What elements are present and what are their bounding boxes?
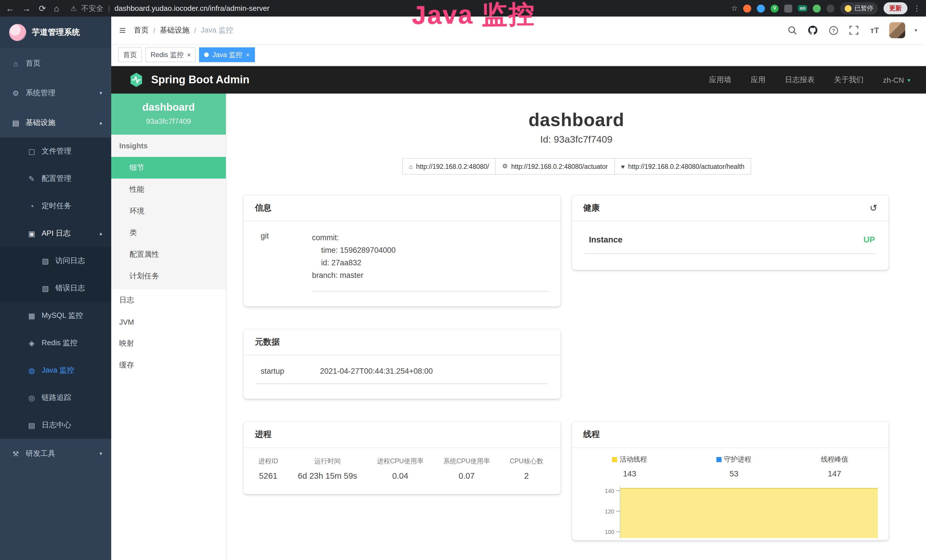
instance-links: ⌂ http://192.168.0.2:48080/ ⚙ http://192… <box>227 158 926 175</box>
actuator-url-button[interactable]: ⚙ http://192.168.0.2:48080/actuator <box>495 158 615 175</box>
sidebar-item-mysql[interactable]: ▦ MySQL 监控 <box>0 302 111 329</box>
puzzle-extensions-icon[interactable] <box>826 4 834 12</box>
sidebar-item-dev-tools[interactable]: ⚒ 研发工具 ▾ <box>0 439 111 468</box>
extension-icon[interactable] <box>757 4 765 12</box>
tab-home[interactable]: 首页 <box>118 47 142 62</box>
sba-navbar: Spring Boot Admin 应用墙 应用 日志报表 关于我们 zh-CN… <box>111 66 926 94</box>
close-icon[interactable]: × <box>187 51 191 58</box>
sba-section-insights[interactable]: Insights <box>111 135 226 157</box>
legend-daemon-threads: 守护进程 53 <box>716 455 751 478</box>
breadcrumb-item-current: Java 监控 <box>201 25 233 35</box>
stat-value: 5261 <box>259 471 278 480</box>
legend-label: 活动线程 <box>620 455 647 465</box>
user-avatar[interactable] <box>890 22 905 38</box>
github-icon[interactable] <box>807 24 819 36</box>
extension-on-badge[interactable]: on <box>798 5 807 11</box>
chevron-up-icon: ▴ <box>100 120 102 126</box>
bookmark-star-icon[interactable]: ☆ <box>731 4 737 12</box>
fullscreen-icon[interactable] <box>849 24 860 36</box>
file-icon: ▢ <box>27 147 36 156</box>
avatar-caret-icon[interactable]: ▾ <box>915 27 917 33</box>
font-size-icon[interactable]: тT <box>869 24 881 36</box>
extension-icon[interactable]: V <box>770 4 779 12</box>
sba-item-mappings[interactable]: 映射 <box>111 333 226 354</box>
home-icon[interactable]: ⌂ <box>54 3 59 13</box>
sba-item-logs[interactable]: 日志 <box>111 289 226 311</box>
sba-main: dashboard Id: 93a3fc7f7409 ⌂ http://192.… <box>227 94 926 560</box>
sidebar-item-java-monitor[interactable]: ◍ Java 监控 <box>0 357 111 384</box>
tab-redis-monitor[interactable]: Redis 监控 × <box>145 47 196 62</box>
sba-item-details[interactable]: 细节 <box>111 157 226 179</box>
extension-icon[interactable] <box>743 4 751 12</box>
stat-uptime: 运行时间 6d 23h 15m 59s <box>298 457 357 480</box>
sidebar-item-system[interactable]: ⚙ 系统管理 ▾ <box>0 78 111 108</box>
extension-icon[interactable] <box>784 4 792 12</box>
sba-item-environment[interactable]: 环境 <box>111 200 226 222</box>
address-divider: | <box>108 4 110 12</box>
git-commit-id: id: 27aa832 <box>312 257 548 269</box>
breadcrumb-item[interactable]: 首页 <box>134 25 148 35</box>
card-title: 线程 <box>583 429 600 440</box>
git-commit-label: commit: <box>312 232 548 244</box>
browser-menu-icon[interactable]: ⋮ <box>913 4 921 12</box>
sidebar-item-home[interactable]: ⌂ 首页 <box>0 48 111 78</box>
spring-boot-admin-logo-icon <box>128 72 144 88</box>
health-url-button[interactable]: ♥ http://192.168.0.2:48080/actuator/heal… <box>614 158 751 175</box>
sidebar-menu: ⌂ 首页 ⚙ 系统管理 ▾ ▤ 基础设施 ▴ ▢ 文件管理 <box>0 48 111 468</box>
card-title: 进程 <box>255 429 271 440</box>
heart-icon: ♥ <box>621 163 625 170</box>
history-icon[interactable]: ↺ <box>870 203 877 213</box>
locale-select[interactable]: zh-CN ▾ <box>883 76 910 84</box>
sba-nav-about[interactable]: 关于我们 <box>834 75 864 85</box>
sidebar-item-access-log[interactable]: ▨ 访问日志 <box>0 247 111 274</box>
sidebar-item-api-log[interactable]: ▣ API 日志 ▴ <box>0 219 111 247</box>
sidebar-item-label: API 日志 <box>42 228 70 239</box>
log-center-icon: ▤ <box>27 421 36 429</box>
sba-item-jvm[interactable]: JVM <box>111 311 226 333</box>
sba-nav-wallboard[interactable]: 应用墙 <box>709 75 731 85</box>
logo-row[interactable]: 芋道管理系统 <box>0 17 111 48</box>
sba-item-metrics[interactable]: 性能 <box>111 179 226 200</box>
sidebar-item-label: 系统管理 <box>26 88 55 98</box>
health-row[interactable]: Instance UP <box>584 235 876 254</box>
sidebar-item-files[interactable]: ▢ 文件管理 <box>0 138 111 165</box>
tab-label: 首页 <box>123 50 137 60</box>
service-url-button[interactable]: ⌂ http://192.168.0.2:48080/ <box>402 158 496 175</box>
sidebar-item-error-log[interactable]: ▨ 错误日志 <box>0 274 111 302</box>
back-icon[interactable]: ← <box>6 3 14 13</box>
sba-item-classes[interactable]: 类 <box>111 222 226 244</box>
close-icon[interactable]: × <box>246 51 250 58</box>
instance-header: dashboard 93a3fc7f7409 <box>111 94 226 135</box>
search-icon[interactable] <box>787 24 798 36</box>
sba-item-config-props[interactable]: 配置属性 <box>111 244 226 265</box>
sidebar-toggle-icon[interactable]: ≡ <box>119 24 126 37</box>
address-bar[interactable]: ⚠ 不安全 | dashboard.yudao.iocoder.cn/infra… <box>65 3 725 14</box>
sidebar-item-label: 链路追踪 <box>42 392 71 403</box>
update-button[interactable]: 更新 <box>884 2 908 14</box>
sidebar-item-config[interactable]: ✎ 配置管理 <box>0 165 111 192</box>
sidebar-item-infra[interactable]: ▤ 基础设施 ▴ <box>0 108 111 138</box>
tab-java-monitor[interactable]: Java 监控 × <box>199 47 255 62</box>
sba-item-scheduled-tasks[interactable]: 计划任务 <box>111 265 226 287</box>
sba-nav-applications[interactable]: 应用 <box>750 75 766 85</box>
active-dot <box>204 53 209 57</box>
stat-label: 进程ID <box>259 457 278 466</box>
sba-brand[interactable]: Spring Boot Admin <box>128 72 250 88</box>
chevron-down-icon: ▾ <box>100 451 102 456</box>
paused-badge[interactable]: 已暂停 <box>840 2 878 14</box>
reload-icon[interactable]: ⟳ <box>39 3 46 14</box>
sba-item-caches[interactable]: 缓存 <box>111 354 226 376</box>
smiley-icon <box>845 5 852 12</box>
breadcrumb-item[interactable]: 基础设施 <box>160 25 190 35</box>
help-icon[interactable]: ? <box>828 24 839 36</box>
sba-nav-journal[interactable]: 日志报表 <box>785 75 814 85</box>
sidebar-item-jobs[interactable]: ◔ 定时任务 <box>0 192 111 219</box>
forward-icon[interactable]: → <box>22 3 31 13</box>
sidebar-item-redis[interactable]: ◈ Redis 监控 <box>0 329 111 357</box>
sidebar-item-label: 文件管理 <box>42 146 71 156</box>
extension-icon[interactable] <box>813 4 821 12</box>
sidebar-item-tracing[interactable]: ◎ 链路追踪 <box>0 384 111 412</box>
legend-color-icon <box>716 457 722 462</box>
card-title: 信息 <box>255 203 271 213</box>
sidebar-item-log-center[interactable]: ▤ 日志中心 <box>0 412 111 439</box>
